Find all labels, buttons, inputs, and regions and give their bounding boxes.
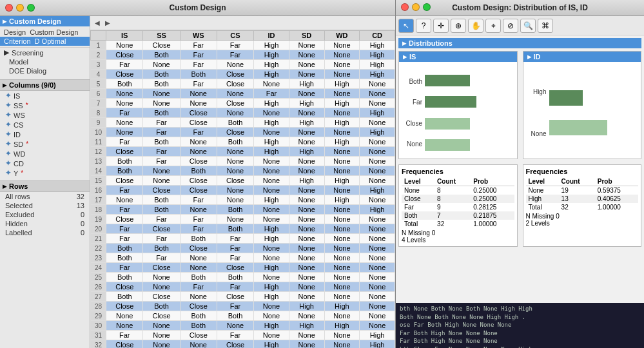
table-row[interactable]: 19CloseFarFarNoneNoneNoneNoneNone: [91, 215, 395, 224]
table-row[interactable]: 20FarCloseFarBothHighNoneNoneNone: [91, 224, 395, 234]
col-header-SD[interactable]: SD: [289, 31, 324, 41]
row-number: 28: [91, 302, 106, 311]
col-header-ID[interactable]: ID: [254, 31, 289, 41]
hand-button[interactable]: ✋: [468, 19, 483, 33]
col-Y[interactable]: ✦Y*: [0, 168, 90, 178]
col-icon-WD: ✦: [5, 150, 11, 158]
table-row[interactable]: 17NoneBothFarNoneHighNoneHighNone: [91, 195, 395, 205]
table-row[interactable]: 6NoneNoneNoneNoneFarNoneNoneNone: [91, 89, 395, 99]
table-row[interactable]: 8FarBothCloseNoneNoneNoneNoneHigh: [91, 108, 395, 118]
move-button[interactable]: ⊕: [451, 19, 466, 33]
table-row[interactable]: 7NoneNoneNoneCloseHighHighHighNone: [91, 99, 395, 108]
table-row[interactable]: 23BothFarNoneFarNoneNoneNoneNone: [91, 253, 395, 263]
cell-SD: None: [289, 340, 324, 349]
table-row[interactable]: 10NoneFarFarCloseNoneNoneNoneHigh: [91, 128, 395, 137]
row-hidden[interactable]: Hidden0: [0, 219, 90, 228]
cell-ID: None: [254, 253, 289, 263]
cell-WS: Both: [180, 166, 217, 176]
col-CS[interactable]: ✦CS: [0, 120, 90, 130]
right-close-button[interactable]: [401, 3, 409, 11]
table-row[interactable]: 31FarNoneCloseFarNoneNoneNoneHigh: [91, 331, 395, 340]
right-minimize-button[interactable]: [412, 3, 420, 11]
table-row[interactable]: 18FarBothNoneBothNoneNoneNoneHigh: [91, 205, 395, 215]
data-table-wrap[interactable]: IS SS WS CS ID SD WD CD 1NoneCloseFarFar…: [90, 30, 395, 348]
rows-header[interactable]: ▶ Rows: [0, 181, 90, 192]
table-row[interactable]: 14BothNoneBothNoneNoneNoneNoneNone: [91, 166, 395, 176]
columns-header[interactable]: ▶ Columns (9/0): [0, 79, 90, 91]
table-row[interactable]: 1NoneCloseFarFarHighNoneNoneHigh: [91, 41, 395, 50]
maximize-button[interactable]: [27, 4, 35, 12]
col-header-WD[interactable]: WD: [324, 31, 360, 41]
col-WD[interactable]: ✦WD: [0, 149, 90, 159]
table-row[interactable]: 12CloseFarNoneNoneHighHighNoneNone: [91, 147, 395, 157]
cell-WS: None: [180, 205, 217, 215]
row-number: 3: [91, 60, 106, 70]
sidebar-item-screening[interactable]: ▶ Screening: [0, 48, 90, 57]
sidebar-nav-design[interactable]: Design Custom Design: [0, 28, 90, 37]
table-row[interactable]: 2CloseBothFarFarHighNoneNoneHigh: [91, 50, 395, 60]
table-row[interactable]: 9NoneFarCloseBothHighHighHighNone: [91, 118, 395, 128]
minimize-button[interactable]: [16, 4, 24, 12]
col-header-CS[interactable]: CS: [217, 31, 253, 41]
row-number: 21: [91, 234, 106, 244]
row-all[interactable]: All rows32: [0, 192, 90, 201]
output-area: bth None Both None Both None High HighBo…: [396, 303, 644, 348]
row-labelled[interactable]: Labelled0: [0, 228, 90, 237]
sidebar-item-doe-dialog[interactable]: DOE Dialog: [0, 66, 90, 75]
table-row[interactable]: 26CloseNoneFarFarHighNoneNoneNone: [91, 282, 395, 292]
col-header-IS[interactable]: IS: [106, 31, 143, 41]
table-row[interactable]: 28CloseBothCloseFarNoneHighHighNone: [91, 302, 395, 311]
cell-CS: None: [217, 147, 253, 157]
table-row[interactable]: 5BothBothFarCloseNoneHighHighNone: [91, 79, 395, 89]
lasso-button[interactable]: ⌖: [485, 19, 501, 33]
question-button[interactable]: ?: [416, 19, 431, 33]
col-header-SS[interactable]: SS: [143, 31, 180, 41]
right-maximize-button[interactable]: [423, 3, 431, 11]
table-row[interactable]: 32CloseNoneNoneCloseHighNoneNoneHigh: [91, 340, 395, 349]
table-row[interactable]: 15CloseNoneCloseCloseNoneHighHighNone: [91, 176, 395, 186]
table-row[interactable]: 16FarCloseCloseNoneNoneNoneNoneHigh: [91, 186, 395, 195]
table-row[interactable]: 21FarFarBothFarHighNoneNoneNone: [91, 234, 395, 244]
cell-SD: None: [289, 166, 324, 176]
close-button[interactable]: [5, 4, 13, 12]
table-row[interactable]: 3FarNoneFarNoneHighNoneNoneHigh: [91, 60, 395, 70]
extra-button[interactable]: ⌘: [538, 19, 553, 33]
col-header-WS[interactable]: WS: [180, 31, 217, 41]
table-row[interactable]: 29NoneCloseBothBothNoneNoneNoneNone: [91, 311, 395, 321]
prev-arrow[interactable]: ◀: [93, 19, 102, 27]
col-header-CD[interactable]: CD: [360, 31, 395, 41]
cell-CD: None: [360, 311, 395, 321]
cell-SS: Both: [143, 70, 180, 79]
zoom-button[interactable]: 🔍: [520, 19, 536, 33]
col-SS[interactable]: ✦SS*: [0, 101, 90, 110]
table-row[interactable]: 24FarCloseNoneCloseHighNoneNoneNone: [91, 263, 395, 273]
row-selected[interactable]: Selected13: [0, 201, 90, 210]
brush-button[interactable]: ⊘: [503, 19, 518, 33]
col-WS[interactable]: ✦WS: [0, 110, 90, 120]
col-IS[interactable]: ✦IS: [0, 91, 90, 101]
freq-ID-row: None190.59375: [526, 186, 639, 195]
table-row[interactable]: 22BothBothCloseFarNoneNoneNoneNone: [91, 244, 395, 253]
sidebar-item-model[interactable]: Model: [0, 57, 90, 66]
table-row[interactable]: 27BothCloseNoneCloseHighNoneNoneNone: [91, 292, 395, 302]
table-row[interactable]: 30NoneNoneBothNoneHighHighHighNone: [91, 321, 395, 331]
col-ID[interactable]: ✦ID: [0, 130, 90, 139]
cell-CS: Far: [217, 50, 253, 60]
cell-CS: Far: [217, 244, 253, 253]
row-excluded[interactable]: Excluded0: [0, 210, 90, 219]
col-SD[interactable]: ✦SD*: [0, 139, 90, 149]
crosshair-button[interactable]: ✛: [433, 19, 449, 33]
ID-label-high: High: [526, 88, 547, 95]
cursor-tool-button[interactable]: ↖: [398, 19, 414, 33]
col-icon-SD: ✦: [5, 140, 11, 148]
table-row[interactable]: 11FarBothNoneBothHighNoneHighNone: [91, 137, 395, 147]
row-number: 8: [91, 108, 106, 118]
cell-WD: None: [324, 89, 360, 99]
left-window-title: Custom Design: [169, 3, 226, 12]
table-row[interactable]: 4CloseBothBothCloseHighNoneNoneHigh: [91, 70, 395, 79]
table-row[interactable]: 25BothNoneBothBothNoneNoneNoneNone: [91, 273, 395, 282]
col-CD[interactable]: ✦CD: [0, 159, 90, 168]
next-arrow[interactable]: ▶: [103, 19, 112, 27]
sidebar-nav-criterion[interactable]: Criterion D Optimal: [0, 37, 90, 46]
table-row[interactable]: 13BothFarCloseNoneNoneNoneNoneNone: [91, 157, 395, 166]
